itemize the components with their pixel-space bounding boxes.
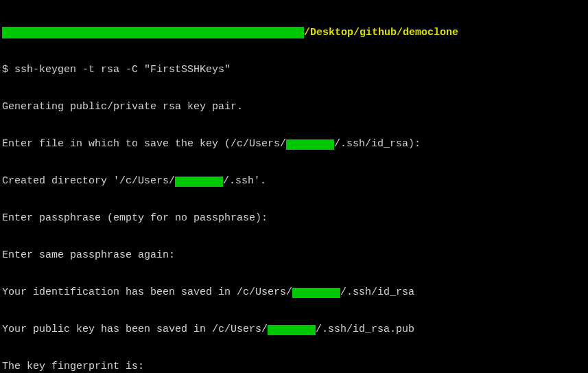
output-generating: Generating public/private rsa key pair. [2, 101, 586, 113]
redacted-user [175, 177, 223, 187]
output-created-dir: Created directory '/c/Users//.ssh'. [2, 175, 586, 188]
command-line: $ ssh-keygen -t rsa -C "FirstSSHKeys" [2, 64, 586, 76]
output-identification: Your identification has been saved in /c… [2, 286, 586, 299]
redacted-user [292, 288, 340, 298]
output-fingerprint-label: The key fingerprint is: [2, 361, 586, 373]
terminal-output[interactable]: /Desktop/github/democlone $ ssh-keygen -… [2, 2, 586, 373]
command-text: ssh-keygen -t rsa -C "FirstSSHKeys" [14, 64, 231, 76]
output-enter-file: Enter file in which to save the key (/c/… [2, 138, 586, 150]
redacted-bar [2, 27, 304, 38]
path-text: /Desktop/github/democlone [304, 27, 458, 38]
prompt-path-line: /Desktop/github/democlone [2, 27, 586, 39]
prompt-symbol: $ [2, 64, 8, 76]
redacted-user [268, 325, 316, 335]
output-same-passphrase: Enter same passphrase again: [2, 249, 586, 262]
output-pubkey: Your public key has been saved in /c/Use… [2, 324, 586, 336]
redacted-user [286, 139, 334, 150]
output-passphrase: Enter passphrase (empty for no passphras… [2, 212, 586, 225]
